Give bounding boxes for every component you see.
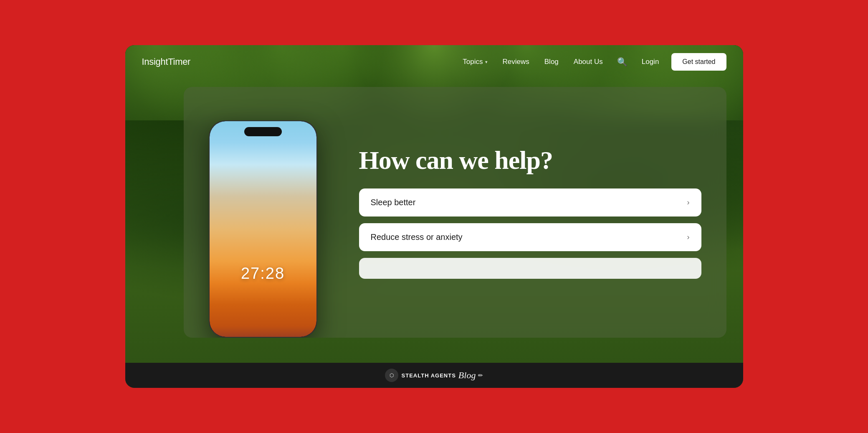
help-option-sleep-label: Sleep better [371,198,416,207]
main-container: InsightTimer Topics ▾ Reviews Blog About… [125,45,743,388]
search-icon[interactable]: 🔍 [612,53,633,70]
nav-item-reviews[interactable]: Reviews [497,54,535,69]
login-button[interactable]: Login [636,54,665,69]
pen-icon: ✏ [478,372,483,379]
watermark-blog-text: Blog [458,370,476,381]
watermark-bar: ⬡ STEALTH AGENTS Blog ✏ [125,363,743,388]
phone-area: 27:28 [184,87,342,338]
help-option-partial [359,258,701,279]
chevron-down-icon: ▾ [485,59,488,65]
chevron-right-icon: › [687,198,690,207]
brand-logo[interactable]: InsightTimer [142,56,191,67]
help-options-list: Sleep better › Reduce stress or anxiety … [359,188,701,279]
hero-section: 27:28 How can we help? Sleep better › Re… [125,79,743,363]
get-started-button[interactable]: Get started [671,53,726,71]
hero-headline: How can we help? [359,146,701,174]
watermark-brand-text: STEALTH AGENTS [402,372,456,379]
phone-timer-display: 27:28 [241,265,285,283]
hero-content: How can we help? Sleep better › Reduce s… [342,87,726,338]
phone-screen: 27:28 [210,121,316,337]
chevron-right-icon-2: › [687,233,690,242]
hero-card: 27:28 How can we help? Sleep better › Re… [184,87,726,338]
nav-links: Topics ▾ Reviews Blog About Us 🔍 Login G… [457,53,726,71]
nav-item-about[interactable]: About Us [568,54,609,69]
navbar: InsightTimer Topics ▾ Reviews Blog About… [125,45,743,79]
phone-mockup: 27:28 [209,120,317,338]
nav-item-blog[interactable]: Blog [539,54,564,69]
help-option-stress-label: Reduce stress or anxiety [371,232,463,242]
help-option-stress[interactable]: Reduce stress or anxiety › [359,223,701,251]
help-option-sleep[interactable]: Sleep better › [359,188,701,216]
phone-notch [244,127,282,136]
watermark-icon: ⬡ [385,369,398,382]
nav-item-topics[interactable]: Topics ▾ [457,54,493,69]
